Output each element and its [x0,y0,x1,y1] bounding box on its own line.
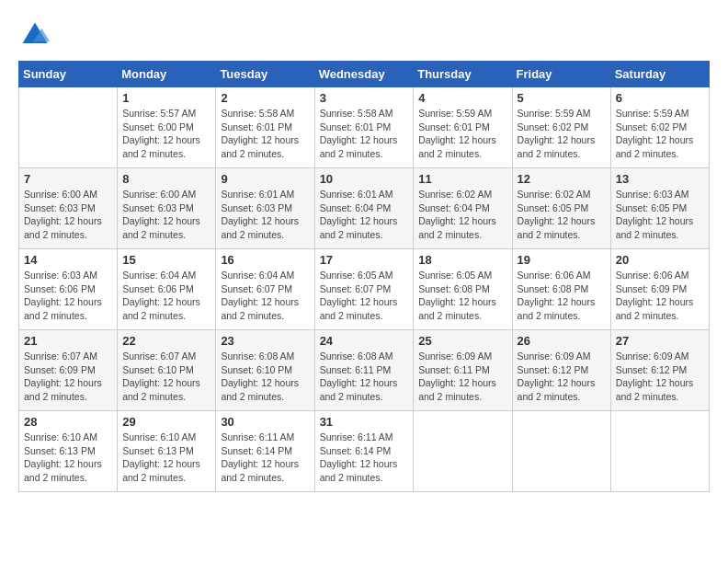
day-number: 10 [320,172,409,186]
day-number: 14 [24,253,112,267]
day-info: Sunrise: 6:06 AM Sunset: 6:09 PM Dayligh… [616,269,704,323]
day-info: Sunrise: 5:59 AM Sunset: 6:02 PM Dayligh… [616,107,704,161]
calendar-week-row: 1Sunrise: 5:57 AM Sunset: 6:00 PM Daylig… [19,87,710,168]
calendar-week-row: 14Sunrise: 6:03 AM Sunset: 6:06 PM Dayli… [19,249,710,330]
day-info: Sunrise: 6:03 AM Sunset: 6:05 PM Dayligh… [616,188,704,242]
day-info: Sunrise: 6:11 AM Sunset: 6:14 PM Dayligh… [320,431,409,485]
calendar-cell: 19Sunrise: 6:06 AM Sunset: 6:08 PM Dayli… [512,249,610,330]
day-number: 5 [518,91,606,105]
day-number: 30 [221,415,309,429]
calendar-week-row: 28Sunrise: 6:10 AM Sunset: 6:13 PM Dayli… [19,411,710,492]
day-number: 27 [616,334,704,348]
calendar-cell: 18Sunrise: 6:05 AM Sunset: 6:08 PM Dayli… [414,249,512,330]
calendar-cell: 3Sunrise: 5:58 AM Sunset: 6:01 PM Daylig… [314,87,414,168]
day-number: 7 [24,172,112,186]
day-info: Sunrise: 6:05 AM Sunset: 6:07 PM Dayligh… [320,269,409,323]
calendar-cell: 14Sunrise: 6:03 AM Sunset: 6:06 PM Dayli… [19,249,118,330]
day-number: 13 [616,172,704,186]
calendar-cell: 13Sunrise: 6:03 AM Sunset: 6:05 PM Dayli… [610,168,709,249]
logo-icon [18,18,51,52]
calendar-header-thursday: Thursday [414,62,512,87]
day-number: 21 [24,334,112,348]
calendar-cell: 28Sunrise: 6:10 AM Sunset: 6:13 PM Dayli… [19,411,118,492]
calendar-header-saturday: Saturday [610,62,709,87]
calendar-cell: 30Sunrise: 6:11 AM Sunset: 6:14 PM Dayli… [216,411,314,492]
day-info: Sunrise: 6:01 AM Sunset: 6:03 PM Dayligh… [221,188,309,242]
day-number: 23 [221,334,309,348]
day-info: Sunrise: 6:05 AM Sunset: 6:08 PM Dayligh… [418,269,506,323]
day-info: Sunrise: 6:01 AM Sunset: 6:04 PM Dayligh… [320,188,409,242]
calendar-table: SundayMondayTuesdayWednesdayThursdayFrid… [18,61,710,492]
calendar-header-monday: Monday [118,62,216,87]
day-number: 15 [122,253,210,267]
calendar-cell: 10Sunrise: 6:01 AM Sunset: 6:04 PM Dayli… [314,168,414,249]
day-number: 3 [320,91,409,105]
day-info: Sunrise: 6:03 AM Sunset: 6:06 PM Dayligh… [24,269,112,323]
calendar-header-sunday: Sunday [19,62,118,87]
day-number: 20 [616,253,704,267]
day-info: Sunrise: 6:08 AM Sunset: 6:11 PM Dayligh… [320,350,409,404]
day-info: Sunrise: 6:11 AM Sunset: 6:14 PM Dayligh… [221,431,309,485]
day-info: Sunrise: 6:00 AM Sunset: 6:03 PM Dayligh… [122,188,210,242]
day-info: Sunrise: 6:00 AM Sunset: 6:03 PM Dayligh… [24,188,112,242]
day-info: Sunrise: 6:07 AM Sunset: 6:09 PM Dayligh… [24,350,112,404]
day-info: Sunrise: 6:06 AM Sunset: 6:08 PM Dayligh… [518,269,606,323]
day-info: Sunrise: 5:58 AM Sunset: 6:01 PM Dayligh… [320,107,409,161]
day-info: Sunrise: 6:10 AM Sunset: 6:13 PM Dayligh… [122,431,210,485]
day-info: Sunrise: 6:09 AM Sunset: 6:11 PM Dayligh… [418,350,506,404]
calendar-header-row: SundayMondayTuesdayWednesdayThursdayFrid… [19,62,710,87]
day-info: Sunrise: 5:57 AM Sunset: 6:00 PM Dayligh… [122,107,210,161]
calendar-cell: 15Sunrise: 6:04 AM Sunset: 6:06 PM Dayli… [118,249,216,330]
calendar-cell: 6Sunrise: 5:59 AM Sunset: 6:02 PM Daylig… [610,87,709,168]
day-number: 1 [122,91,210,105]
day-info: Sunrise: 5:59 AM Sunset: 6:02 PM Dayligh… [518,107,606,161]
calendar-cell: 11Sunrise: 6:02 AM Sunset: 6:04 PM Dayli… [414,168,512,249]
day-number: 22 [122,334,210,348]
day-info: Sunrise: 5:59 AM Sunset: 6:01 PM Dayligh… [418,107,506,161]
day-number: 4 [418,91,506,105]
calendar-cell: 5Sunrise: 5:59 AM Sunset: 6:02 PM Daylig… [512,87,610,168]
day-number: 2 [221,91,309,105]
day-number: 16 [221,253,309,267]
day-number: 17 [320,253,409,267]
calendar-cell: 4Sunrise: 5:59 AM Sunset: 6:01 PM Daylig… [414,87,512,168]
calendar-cell: 8Sunrise: 6:00 AM Sunset: 6:03 PM Daylig… [118,168,216,249]
day-info: Sunrise: 6:09 AM Sunset: 6:12 PM Dayligh… [518,350,606,404]
calendar-cell [19,87,118,168]
day-info: Sunrise: 6:09 AM Sunset: 6:12 PM Dayligh… [616,350,704,404]
day-number: 25 [418,334,506,348]
calendar-cell: 7Sunrise: 6:00 AM Sunset: 6:03 PM Daylig… [19,168,118,249]
calendar-cell: 9Sunrise: 6:01 AM Sunset: 6:03 PM Daylig… [216,168,314,249]
day-number: 11 [418,172,506,186]
day-info: Sunrise: 5:58 AM Sunset: 6:01 PM Dayligh… [221,107,309,161]
day-info: Sunrise: 6:08 AM Sunset: 6:10 PM Dayligh… [221,350,309,404]
day-number: 6 [616,91,704,105]
day-info: Sunrise: 6:04 AM Sunset: 6:07 PM Dayligh… [221,269,309,323]
day-info: Sunrise: 6:07 AM Sunset: 6:10 PM Dayligh… [122,350,210,404]
day-number: 26 [518,334,606,348]
calendar-cell: 16Sunrise: 6:04 AM Sunset: 6:07 PM Dayli… [216,249,314,330]
day-number: 24 [320,334,409,348]
calendar-cell [512,411,610,492]
calendar-header-tuesday: Tuesday [216,62,314,87]
day-number: 8 [122,172,210,186]
day-number: 9 [221,172,309,186]
calendar-cell: 24Sunrise: 6:08 AM Sunset: 6:11 PM Dayli… [314,330,414,411]
calendar-header-wednesday: Wednesday [314,62,414,87]
calendar-cell: 26Sunrise: 6:09 AM Sunset: 6:12 PM Dayli… [512,330,610,411]
day-number: 19 [518,253,606,267]
day-number: 29 [122,415,210,429]
calendar-cell: 21Sunrise: 6:07 AM Sunset: 6:09 PM Dayli… [19,330,118,411]
day-number: 28 [24,415,112,429]
day-info: Sunrise: 6:02 AM Sunset: 6:04 PM Dayligh… [418,188,506,242]
calendar-cell: 29Sunrise: 6:10 AM Sunset: 6:13 PM Dayli… [118,411,216,492]
calendar-cell: 20Sunrise: 6:06 AM Sunset: 6:09 PM Dayli… [610,249,709,330]
calendar-week-row: 21Sunrise: 6:07 AM Sunset: 6:09 PM Dayli… [19,330,710,411]
calendar-cell: 17Sunrise: 6:05 AM Sunset: 6:07 PM Dayli… [314,249,414,330]
day-info: Sunrise: 6:02 AM Sunset: 6:05 PM Dayligh… [518,188,606,242]
calendar-cell [610,411,709,492]
calendar-cell: 25Sunrise: 6:09 AM Sunset: 6:11 PM Dayli… [414,330,512,411]
page-header [18,18,710,52]
calendar-cell: 23Sunrise: 6:08 AM Sunset: 6:10 PM Dayli… [216,330,314,411]
calendar-cell: 31Sunrise: 6:11 AM Sunset: 6:14 PM Dayli… [314,411,414,492]
